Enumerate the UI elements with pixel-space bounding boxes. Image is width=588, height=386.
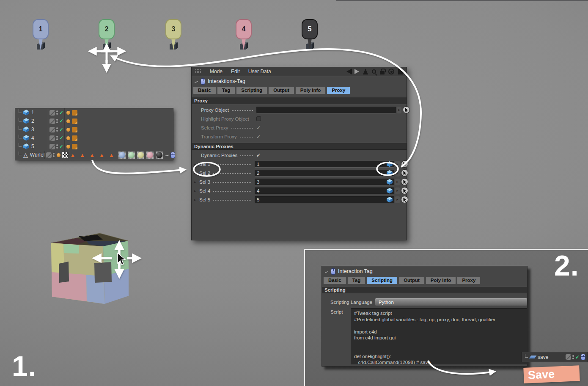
phong-tag-icon[interactable] (72, 144, 77, 149)
interaction-dot-icon[interactable] (66, 128, 70, 132)
interaction-dot-icon[interactable] (66, 145, 70, 149)
tab-tag[interactable]: Tag (217, 86, 236, 94)
visibility-dots-icon[interactable] (56, 110, 58, 115)
pin-2[interactable]: 2 (99, 19, 115, 39)
pick-object-button[interactable] (401, 160, 408, 168)
scripting-language-select[interactable]: Python (375, 298, 527, 306)
cube-link-icon[interactable] (387, 161, 392, 167)
enabled-check-icon[interactable]: ✓ (59, 110, 63, 115)
expander-icon[interactable]: ▸ (194, 189, 198, 193)
sel2-field[interactable]: 2 (255, 170, 394, 176)
tab-scripting[interactable]: Scripting (366, 276, 398, 284)
material-sphere-blue-icon[interactable] (118, 152, 126, 159)
layer-toggle-icon[interactable] (49, 110, 55, 116)
proxy-object-field[interactable] (256, 107, 396, 113)
cube-link-icon[interactable] (387, 170, 392, 176)
pin-4[interactable]: 4 (236, 19, 253, 39)
tab-poly-info[interactable]: Poly Info (295, 86, 326, 94)
field-menu-button[interactable]: ▸ (395, 170, 400, 176)
phong-tag-icon[interactable] (72, 127, 77, 132)
material-sphere-pink-icon[interactable] (146, 152, 154, 159)
lock-icon[interactable] (380, 71, 385, 74)
expander-icon[interactable]: ▸ (194, 198, 198, 202)
tab-output[interactable]: Output (268, 86, 294, 94)
field-menu-button[interactable]: ▸ (397, 107, 401, 113)
interaction-dot-icon[interactable] (57, 153, 60, 157)
tab-proxy[interactable]: Proxy (327, 86, 350, 94)
object-row-3[interactable]: 3 ✓ (15, 125, 173, 134)
pick-object-button[interactable] (401, 178, 408, 185)
object-row-2[interactable]: 2 ✓ (15, 117, 173, 125)
object-name[interactable]: 4 (31, 135, 34, 141)
section-proxy[interactable]: Proxy (192, 97, 407, 104)
enabled-check-icon[interactable]: ✓ (59, 127, 63, 132)
enabled-check-icon[interactable]: ✓ (59, 135, 63, 141)
expander-icon[interactable]: ▸ (194, 180, 198, 184)
dynamic-proxies-check-icon[interactable]: ✓ (256, 152, 261, 158)
history-back-icon[interactable] (346, 69, 352, 74)
visibility-dots-icon[interactable] (56, 144, 58, 149)
polygon-selection-tag-icon[interactable]: ▲ (109, 152, 114, 158)
object-row-5[interactable]: 5 ✓ (15, 142, 173, 151)
visibility-dots-icon[interactable] (56, 127, 58, 132)
object-row-wurfel[interactable]: △ Würfel ▲ ▲ ▲ ▲ ▲ (15, 151, 173, 159)
sel1-field[interactable]: 1 (255, 161, 394, 168)
enabled-check-icon[interactable]: ✓ (575, 355, 580, 360)
visibility-dots-icon[interactable] (56, 119, 58, 123)
tab-proxy[interactable]: Proxy (457, 276, 481, 284)
pin-3[interactable]: 3 (165, 19, 182, 39)
tab-basic[interactable]: Basic (193, 86, 216, 94)
sel5-field[interactable]: 5 (255, 196, 394, 203)
phong-tag-icon[interactable] (72, 135, 77, 141)
tab-tag[interactable]: Tag (347, 276, 366, 284)
pick-object-button[interactable] (401, 187, 408, 194)
sel4-field[interactable]: 4 (255, 187, 394, 194)
script-editor[interactable]: #Tweak tag script #Predefined global var… (351, 308, 527, 364)
grip-icon[interactable] (195, 69, 201, 74)
layer-toggle-icon[interactable] (49, 135, 55, 141)
panel-icon[interactable] (398, 69, 403, 74)
save-object-name[interactable]: save (538, 354, 548, 360)
target-icon[interactable] (388, 69, 394, 74)
section-scripting[interactable]: Scripting (322, 286, 527, 293)
layer-toggle-icon[interactable] (49, 127, 55, 132)
transform-proxy-check-icon[interactable]: ✓ (256, 134, 261, 140)
field-menu-button[interactable]: ▸ (395, 187, 400, 194)
interaction-dot-icon[interactable] (66, 119, 70, 123)
menu-edit[interactable]: Edit (231, 69, 240, 74)
phong-tag-icon[interactable] (72, 119, 77, 124)
object-name[interactable]: Würfel (30, 152, 45, 158)
phong-tag-icon[interactable] (72, 110, 77, 116)
save-button[interactable]: Save (523, 365, 580, 383)
highlight-proxy-checkbox[interactable] (256, 116, 261, 121)
layer-toggle-icon[interactable] (49, 119, 55, 124)
expander-icon[interactable]: ▸ (194, 171, 198, 175)
material-sphere-yellow-icon[interactable] (137, 152, 144, 159)
tab-scripting[interactable]: Scripting (236, 86, 267, 94)
section-dynamic-proxies[interactable]: Dynamic Proxies (192, 143, 407, 150)
polygon-selection-tag-icon[interactable]: ▲ (99, 152, 104, 158)
sel3-field[interactable]: 3 (255, 179, 394, 185)
pin-5[interactable]: 5 (302, 19, 319, 39)
interaction-dot-icon[interactable] (66, 136, 70, 140)
visibility-dots-icon[interactable] (572, 355, 574, 359)
pin-1[interactable]: 1 (33, 19, 49, 39)
object-name[interactable]: 5 (31, 143, 34, 149)
object-name[interactable]: 1 (31, 110, 34, 116)
visibility-dots-icon[interactable] (56, 136, 58, 140)
material-sphere-black-icon[interactable] (156, 152, 163, 159)
layer-toggle-icon[interactable] (46, 152, 52, 158)
object-row-1[interactable]: 1 ✓ (15, 108, 173, 117)
cube-link-icon[interactable] (387, 197, 392, 202)
interaction-dot-icon[interactable] (66, 111, 70, 115)
menu-user-data[interactable]: User Data (248, 69, 271, 74)
field-menu-button[interactable]: ▸ (395, 196, 400, 203)
select-proxy-check-icon[interactable]: ✓ (256, 125, 261, 131)
save-object-row[interactable]: save ✓ (522, 352, 588, 362)
enabled-check-icon[interactable]: ✓ (59, 119, 63, 124)
polygon-selection-tag-icon[interactable]: ▲ (80, 152, 85, 158)
tab-poly-info[interactable]: Poly Info (426, 276, 456, 284)
history-forward-icon[interactable] (354, 69, 359, 74)
layer-toggle-icon[interactable] (566, 354, 571, 360)
pick-object-button[interactable] (401, 196, 408, 203)
